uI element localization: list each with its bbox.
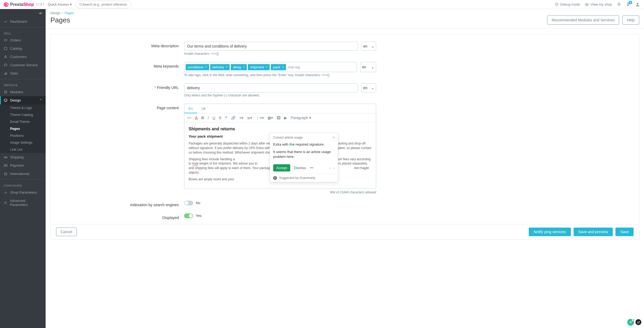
next-icon[interactable]: › — [333, 166, 335, 170]
prev-icon[interactable]: ‹ — [329, 166, 330, 170]
bell-icon — [617, 2, 621, 7]
more-icon[interactable]: ••• — [310, 166, 313, 170]
table-icon[interactable]: ▦▾ — [268, 116, 273, 120]
cancel-button[interactable]: Cancel — [56, 228, 77, 236]
sidebar-item-customer-service[interactable]: Customer Service — [0, 61, 46, 69]
tag-remove-icon[interactable]: × — [243, 65, 245, 69]
sub-email-theme[interactable]: Email Theme — [0, 118, 46, 125]
tag-item[interactable]: delay× — [231, 64, 247, 70]
friendly-url-help: Only letters and the hyphen (-) characte… — [184, 93, 376, 97]
sidebar-item-international[interactable]: International — [0, 170, 46, 178]
paragraph-dropdown[interactable]: Paragraph ▾ — [291, 116, 311, 120]
number-list-icon[interactable]: ⋮≡▾ — [256, 116, 264, 120]
notifications-bell[interactable] — [617, 2, 621, 7]
recommended-button[interactable]: Recommended Modules and Services — [547, 15, 619, 25]
friendly-url-lang[interactable]: en⌄ — [361, 83, 376, 92]
tag-remove-icon[interactable]: × — [226, 65, 228, 69]
tag-add-placeholder[interactable]: Add tag — [287, 64, 301, 70]
trophy-button[interactable]: 4 — [626, 2, 630, 7]
gear-icon — [4, 191, 7, 194]
sub-theme-catalog[interactable]: Theme Catalog — [0, 111, 46, 118]
strike-icon[interactable]: S — [219, 116, 221, 120]
tag-item[interactable]: delivery× — [210, 64, 230, 70]
bold-icon[interactable]: B — [201, 116, 204, 120]
underline-icon[interactable]: U — [213, 116, 215, 120]
eye-icon — [585, 2, 589, 7]
view-shop-link[interactable]: View my shop — [585, 2, 612, 7]
tab-uk[interactable]: Uk — [197, 104, 210, 113]
video-icon[interactable]: ▶ — [284, 116, 287, 120]
search-icon — [79, 3, 82, 6]
svg-rect-10 — [4, 73, 5, 75]
breadcrumb-root[interactable]: Design — [50, 11, 60, 15]
floating-badges: G2 sf — [627, 319, 641, 325]
tag-item[interactable]: pack× — [271, 64, 286, 70]
tag-item[interactable]: shipment× — [248, 64, 270, 70]
breadcrumb-current[interactable]: Pages — [65, 11, 74, 15]
displayed-toggle[interactable] — [184, 213, 193, 218]
sidebar-item-catalog[interactable]: Catalog — [0, 44, 46, 53]
bullet-list-icon[interactable]: ≣▾ — [247, 116, 252, 120]
italic-icon[interactable]: I — [208, 116, 209, 120]
save-preview-button[interactable]: Save and preview — [574, 228, 613, 236]
grammarly-accept-button[interactable]: Accept — [273, 164, 290, 171]
grammarly-badge[interactable]: G2 — [627, 319, 634, 325]
tab-en[interactable]: En — [184, 104, 197, 113]
tag-remove-icon[interactable]: × — [282, 65, 284, 69]
svg-point-9 — [5, 56, 6, 57]
grammarly-suggestion: Extra with the required signature, — [273, 142, 335, 147]
search-input[interactable] — [82, 3, 128, 6]
align-icon[interactable]: ≡▾ — [239, 116, 243, 120]
tag-remove-icon[interactable]: × — [266, 65, 268, 69]
sidebar-item-modules[interactable]: Modules — [0, 88, 46, 96]
friendly-url-input[interactable] — [184, 83, 358, 92]
sidebar-item-design[interactable]: Design⌃ — [0, 96, 46, 104]
breadcrumb: Design › Pages — [46, 9, 644, 15]
link-icon[interactable]: 🔗 — [231, 116, 236, 120]
sidebar-section-sell: SELL — [0, 29, 46, 36]
close-icon[interactable]: × — [333, 136, 335, 139]
svg-rect-12 — [6, 72, 7, 75]
sidebar-item-dashboard[interactable]: Dashboard — [0, 17, 46, 26]
sidebar-item-shipping[interactable]: Shipping — [0, 153, 46, 161]
sub-theme-logo[interactable]: Theme & Logo — [0, 104, 46, 111]
indexation-toggle[interactable] — [184, 201, 193, 205]
logo[interactable]: PrestaShop 1.7.8.7 — [4, 2, 44, 7]
content-h1: Shipments and returns — [189, 126, 372, 132]
sidebar-item-adv-params[interactable]: Advanced Parameters — [0, 197, 46, 209]
debug-mode-link[interactable]: Debug mode — [555, 2, 580, 7]
meta-keywords-lang[interactable]: en⌄ — [360, 62, 376, 72]
quote-icon[interactable]: ❝ — [225, 116, 227, 120]
meta-desc-input[interactable] — [184, 42, 358, 51]
account-button[interactable] — [635, 2, 640, 7]
sub-link-list[interactable]: Link List — [0, 146, 46, 153]
quick-access-menu[interactable]: Quick Access ▾ — [48, 2, 72, 6]
save-button[interactable]: Save — [615, 228, 634, 236]
sub-positions[interactable]: Positions — [0, 132, 46, 139]
notify-ping-button[interactable]: Notify ping services — [529, 228, 571, 236]
meta-desc-lang[interactable]: en⌄ — [361, 42, 376, 51]
meta-keywords-input[interactable]: conditions× delivery× delay× shipment× p… — [184, 62, 357, 72]
help-button[interactable]: Help — [622, 15, 639, 25]
page-title: Pages — [50, 16, 70, 24]
tag-remove-icon[interactable]: × — [205, 65, 207, 69]
sub-image-settings[interactable]: Image Settings — [0, 139, 46, 146]
sidebar-item-orders[interactable]: Orders — [0, 36, 46, 44]
collapse-sidebar-button[interactable]: ≪ — [0, 9, 46, 17]
symfony-badge[interactable]: sf — [635, 319, 641, 325]
sub-pages[interactable]: Pages — [0, 125, 46, 132]
image-icon[interactable]: 🖼 — [277, 116, 280, 120]
design-submenu: Theme & Logo Theme Catalog Email Theme P… — [0, 104, 46, 153]
logo-text: PrestaShop — [10, 2, 34, 7]
text-color-icon[interactable]: A — [195, 116, 197, 120]
sidebar-item-shop-params[interactable]: Shop Parameters — [0, 188, 46, 197]
source-icon[interactable]: <> — [187, 116, 191, 120]
search-box[interactable] — [75, 1, 132, 8]
sidebar-section-improve: IMPROVE — [0, 81, 46, 88]
grammarly-dismiss-button[interactable]: Dismiss — [294, 166, 306, 170]
tag-item[interactable]: conditions× — [186, 64, 209, 70]
sidebar-item-customers[interactable]: Customers — [0, 53, 46, 61]
sidebar-item-stats[interactable]: Stats — [0, 69, 46, 77]
svg-rect-16 — [4, 165, 7, 166]
sidebar-item-payment[interactable]: Payment — [0, 161, 46, 170]
